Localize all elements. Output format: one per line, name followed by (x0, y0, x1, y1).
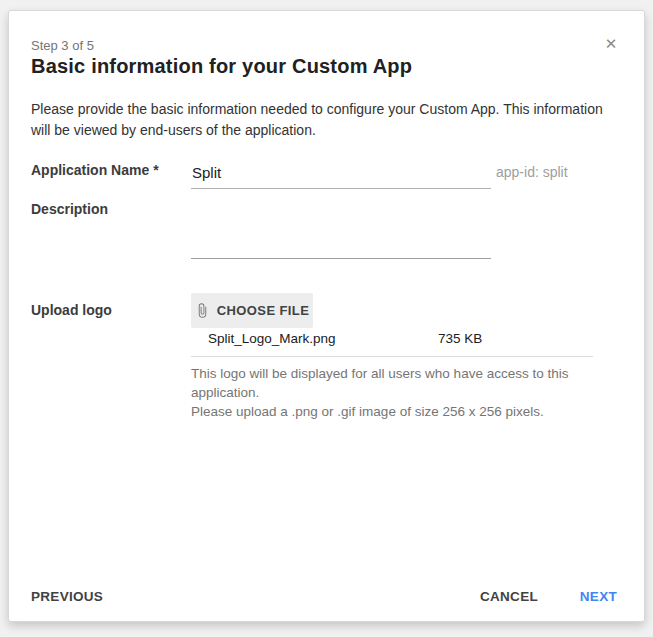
upload-helper-line1: This logo will be displayed for all user… (191, 364, 601, 402)
application-name-label: Application Name * (31, 162, 159, 178)
upload-logo-label: Upload logo (31, 302, 112, 318)
description-label: Description (31, 201, 108, 217)
cancel-button[interactable]: CANCEL (480, 589, 538, 604)
upload-helper-line2: Please upload a .png or .gif image of si… (191, 402, 601, 421)
upload-helper-text: This logo will be displayed for all user… (191, 364, 601, 421)
intro-text: Please provide the basic information nee… (31, 99, 619, 141)
description-input[interactable] (191, 227, 491, 259)
custom-app-dialog: Step 3 of 5 Basic information for your C… (8, 10, 645, 622)
next-button[interactable]: NEXT (580, 589, 617, 604)
choose-file-label: CHOOSE FILE (217, 303, 310, 318)
step-indicator: Step 3 of 5 (31, 38, 94, 53)
app-id-hint: app-id: split (496, 164, 568, 180)
page-background: Step 3 of 5 Basic information for your C… (0, 0, 653, 637)
close-icon[interactable]: ✕ (602, 35, 620, 53)
file-row-divider (191, 356, 593, 357)
previous-button[interactable]: PREVIOUS (31, 589, 103, 604)
paperclip-icon (195, 303, 210, 318)
uploaded-file-row: Split_Logo_Mark.png 735 KB (191, 331, 593, 349)
file-size: 735 KB (438, 331, 482, 346)
dialog-title: Basic information for your Custom App (31, 55, 412, 78)
choose-file-button[interactable]: CHOOSE FILE (191, 293, 313, 328)
file-name: Split_Logo_Mark.png (208, 331, 336, 346)
application-name-input[interactable] (191, 157, 491, 189)
